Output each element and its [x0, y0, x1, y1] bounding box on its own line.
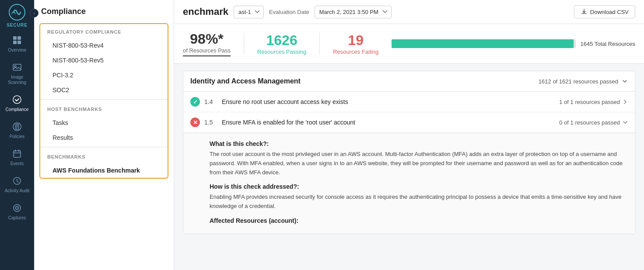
- nav-expand-button[interactable]: ›: [30, 9, 38, 17]
- passing-value: 1626: [257, 32, 306, 48]
- audit-icon: [11, 175, 23, 187]
- sidebar-item-nist-rev5[interactable]: NIST-800-53-Rev5: [40, 53, 168, 68]
- iam-section-title: Identity and Access Management: [190, 77, 301, 85]
- svg-rect-3: [13, 41, 17, 44]
- svg-rect-5: [13, 64, 21, 70]
- chevron-down-icon-2: [623, 120, 628, 125]
- secure-label: SECURE: [7, 23, 28, 28]
- percent-label: of Resources Pass: [183, 47, 231, 56]
- rule-1-5-right: 0 of 1 resources passed: [559, 119, 628, 126]
- captures-icon: [11, 202, 23, 214]
- compliance-icon: [11, 94, 23, 105]
- app-logo[interactable]: [8, 3, 26, 21]
- main-content: enchmark ast-1 Evaluation Date March 2, …: [174, 0, 644, 270]
- affected-resources-label: Affected Resources (account):: [210, 217, 626, 224]
- divider-1: [40, 99, 168, 100]
- region-select[interactable]: ast-1: [234, 6, 264, 18]
- benchmarks-header: BENCHMARKS: [40, 149, 168, 163]
- policies-label: Policies: [10, 134, 24, 139]
- stat-percent: 98%* of Resources Pass: [183, 31, 231, 56]
- sidebar-item-overview[interactable]: Overview: [0, 30, 34, 57]
- rule-1-4-resources: 1 of 1 resources passed: [559, 99, 620, 105]
- svg-rect-2: [18, 36, 21, 40]
- image-scanning-label: Image Scanning: [2, 75, 32, 85]
- policies-icon: [11, 121, 23, 132]
- iam-resources-passed: 1612 of 1621 resources passed: [539, 78, 618, 85]
- progress-bar-fill: [392, 39, 574, 48]
- sidebar-item-results[interactable]: Results: [40, 130, 168, 145]
- stat-passing: 1626 Resources Passing: [257, 32, 306, 55]
- rule-1-4-description: Ensure no root user account access key e…: [222, 98, 559, 105]
- sidebar-item-soc2[interactable]: SOC2: [40, 83, 168, 97]
- stat-failing: 19 Resources Failing: [333, 32, 378, 55]
- rule-1-5-status-icon: ✕: [190, 118, 200, 127]
- sidebar-item-activity-audit[interactable]: Activity Audit: [0, 171, 34, 198]
- sidebar: Compliance REGULATORY COMPLIANCE NIST-80…: [34, 0, 174, 270]
- host-benchmarks-header: HOST BENCHMARKS: [40, 101, 168, 115]
- left-navigation: SECURE › Overview Image Scanning: [0, 0, 34, 270]
- rule-1-4-status-icon: ✓: [190, 97, 200, 107]
- sidebar-item-policies[interactable]: Policies: [0, 117, 34, 144]
- download-csv-button[interactable]: Download CSV: [574, 5, 635, 18]
- activity-audit-label: Activity Audit: [5, 188, 30, 194]
- sidebar-item-pci[interactable]: PCI-3.2: [40, 68, 168, 83]
- rule-1-5-detail: What is this check?: The root user accou…: [183, 133, 635, 234]
- top-bar: enchmark ast-1 Evaluation Date March 2, …: [174, 0, 644, 24]
- how-addressed-text: Enabling MFA provides increased security…: [210, 193, 626, 211]
- svg-rect-10: [14, 151, 21, 157]
- regulatory-compliance-header: REGULATORY COMPLIANCE: [40, 24, 168, 38]
- eval-label: Evaluation Date: [269, 9, 309, 15]
- chevron-down-icon: [622, 78, 628, 84]
- eval-date-select[interactable]: March 2, 2021 3:50 PM: [315, 6, 392, 18]
- overview-label: Overview: [8, 48, 26, 53]
- page-title: enchmark: [183, 6, 228, 17]
- sidebar-item-aws-foundations[interactable]: AWS Foundations Benchmark: [40, 163, 168, 178]
- progress-total: 1645 Total Resources: [580, 41, 635, 47]
- sidebar-item-nist-rev4[interactable]: NIST-800-53-Rev4: [40, 38, 168, 53]
- stats-bar: 98%* of Resources Pass 1626 Resources Pa…: [174, 24, 644, 64]
- compliance-label: Compliance: [6, 107, 29, 112]
- sidebar-item-compliance[interactable]: Compliance: [0, 90, 34, 117]
- sidebar-item-captures[interactable]: Captures: [0, 198, 34, 225]
- rule-1-4-right: 1 of 1 resources passed: [559, 99, 628, 105]
- failing-label: Resources Failing: [333, 48, 378, 55]
- svg-rect-1: [13, 36, 17, 40]
- events-label: Events: [10, 161, 24, 166]
- rule-1-4-row[interactable]: ✓ 1.4 Ensure no root user account access…: [183, 92, 635, 112]
- rule-1-4-id: 1.4: [204, 98, 217, 105]
- captures-label: Captures: [8, 215, 26, 221]
- events-icon: [11, 148, 23, 159]
- rule-1-5-description: Ensure MFA is enabled for the 'root user…: [222, 119, 559, 126]
- iam-section: Identity and Access Management 1612 of 1…: [183, 71, 635, 234]
- sidebar-title: Compliance: [34, 7, 174, 23]
- rule-1-5-row[interactable]: ✕ 1.5 Ensure MFA is enabled for the 'roo…: [183, 112, 635, 133]
- sidebar-item-tasks[interactable]: Tasks: [40, 115, 168, 130]
- progress-section: 1645 Total Resources: [392, 39, 635, 48]
- percent-value: 98%*: [183, 31, 231, 47]
- download-csv-label: Download CSV: [590, 9, 629, 15]
- stat-divider-1: [244, 33, 244, 55]
- rule-1-5-id: 1.5: [204, 119, 217, 126]
- svg-point-14: [17, 208, 18, 209]
- sidebar-item-image-scanning[interactable]: Image Scanning: [0, 57, 34, 90]
- what-is-text: The root user account is the most privil…: [210, 150, 626, 177]
- iam-section-right: 1612 of 1621 resources passed: [539, 78, 628, 85]
- iam-section-header[interactable]: Identity and Access Management 1612 of 1…: [183, 71, 635, 92]
- passing-label: Resources Passing: [257, 48, 306, 55]
- download-icon: [581, 8, 588, 15]
- stat-divider-2: [319, 33, 320, 55]
- what-is-label: What is this check?:: [210, 140, 626, 147]
- divider-2: [40, 147, 168, 147]
- rule-1-5-resources: 0 of 1 resources passed: [559, 119, 620, 126]
- progress-bar-track: [392, 39, 576, 48]
- sidebar-item-events[interactable]: Events: [0, 144, 34, 171]
- failing-value: 19: [333, 32, 378, 48]
- content-area: Identity and Access Management 1612 of 1…: [174, 64, 644, 270]
- svg-point-7: [13, 96, 21, 104]
- image-icon: [11, 62, 23, 73]
- how-addressed-label: How is this check addressed?:: [210, 183, 626, 190]
- grid-icon: [11, 35, 23, 46]
- sidebar-menu: REGULATORY COMPLIANCE NIST-800-53-Rev4 N…: [39, 23, 168, 179]
- chevron-right-icon: [623, 99, 628, 104]
- svg-rect-4: [18, 41, 21, 44]
